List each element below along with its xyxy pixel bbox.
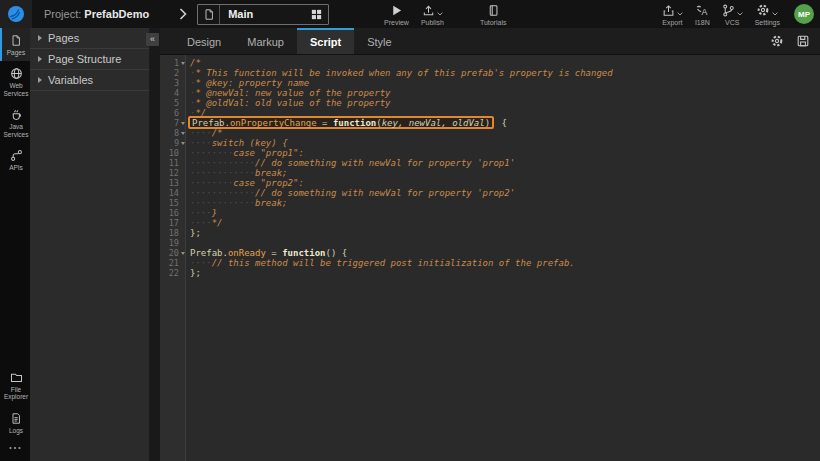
sidebar-item-apis[interactable]: APIs [0,143,30,176]
logs-icon [10,412,22,425]
toolbar-label: Tutorials [480,19,507,26]
code-line[interactable]: 18}; [160,228,820,238]
fold-marker-icon[interactable] [181,252,185,255]
panel-section-label: Variables [48,74,93,86]
line-number: 16 [169,208,179,218]
code-line[interactable]: 7Prefab.onPropertyChange = function(key,… [160,118,820,128]
sidebar-more-button[interactable] [0,439,30,461]
code-token: /* [190,58,201,68]
toolbar-iconrow [390,3,403,17]
panel-collapse-button[interactable]: « [146,33,159,46]
code-token: ············ [190,198,255,208]
tab-style[interactable]: Style [354,28,404,54]
gutter-cell: 19 [160,238,186,248]
sidebar-item-web-services[interactable]: Web Services [0,61,30,102]
tabbar-actions [758,28,810,54]
code-line[interactable]: 5·* @oldVal: old value of the property [160,98,820,108]
triangle-right-icon [38,77,42,83]
code-token: ···· [190,208,212,218]
toolbar-iconrow [722,3,743,17]
code-token: break; [255,198,288,208]
toolbar-preview-button[interactable]: Preview [384,3,409,26]
grid-icon [310,8,323,21]
code-line[interactable]: 22}; [160,268,820,278]
sidebar-item-label: Java Services [2,123,30,138]
sidebar-item-label: Web Services [2,82,30,97]
code-token: Prefab [190,248,223,258]
java-icon [10,108,23,121]
toolbar-settings-button[interactable]: Settings [755,3,780,26]
page-grid-icon[interactable] [310,8,323,21]
gear-button[interactable] [770,34,784,48]
code-line[interactable]: 20Prefab.onReady = function() { [160,248,820,258]
code-line[interactable]: 3·* @key: property name [160,78,820,88]
i18n-icon: A [695,4,709,17]
dots-icon [8,445,22,451]
toolbar-publish-button[interactable]: Publish [421,3,444,26]
code-line[interactable]: 19 [160,238,820,248]
line-number: 22 [169,268,179,278]
wavemaker-logo-icon [7,5,25,23]
toolbar-i18n-button[interactable]: AI18N [695,3,710,26]
sidebar-item-file-explorer[interactable]: File Explorer [0,365,30,406]
code-line-text: ········case "prop2": [186,178,304,188]
fold-marker-icon[interactable] [181,122,185,125]
fold-marker-icon[interactable] [181,62,185,65]
panel-section-pages[interactable]: Pages [30,28,149,49]
code-line[interactable]: 14············// do something with newVa… [160,188,820,198]
code-line-text: ·* @newVal: new value of the property [186,88,391,98]
svg-text:A: A [702,7,708,17]
toolbar-center: PreviewPublishTutorials [378,3,512,26]
panel-section-variables[interactable]: Variables [30,70,149,91]
tab-script[interactable]: Script [297,28,354,54]
toolbar-label: Publish [421,19,444,26]
code-line[interactable]: 16····} [160,208,820,218]
active-page-selector[interactable]: Main [197,4,329,25]
line-number: 11 [169,158,179,168]
tab-design[interactable]: Design [174,28,234,54]
user-avatar[interactable]: MP [794,4,814,24]
code-line[interactable]: 9····switch (key) { [160,138,820,148]
code-line[interactable]: 15············break; [160,198,820,208]
code-line[interactable]: 21····// this method will be triggered p… [160,258,820,268]
play-icon-wrap [390,3,403,17]
sidebar-item-pages[interactable]: Pages [0,28,30,61]
tab-markup[interactable]: Markup [234,28,297,54]
page-icon [10,34,22,47]
sidebar-item-logs[interactable]: Logs [0,406,30,439]
toolbar-vcs-button[interactable]: VCS [722,3,743,26]
gutter-cell: 7 [160,118,186,128]
fold-marker-icon[interactable] [181,132,185,135]
code-line-text: ····// this method will be triggered pos… [186,258,575,268]
code-line[interactable]: 4·* @newVal: new value of the property [160,88,820,98]
code-token: } [212,208,217,218]
code-line[interactable]: 1/* [160,58,820,68]
code-token: }; [190,228,201,238]
gutter-cell: 9 [160,138,186,148]
app-logo[interactable] [0,0,32,28]
code-line[interactable]: 17····*/ [160,218,820,228]
code-line[interactable]: 8····/* [160,128,820,138]
breadcrumb-chevron-icon [179,8,187,20]
top-bar: Project: PrefabDemo Main PreviewPublishT… [0,0,820,28]
project-breadcrumb: Project: PrefabDemo [44,8,149,20]
save-button[interactable] [796,34,810,48]
code-line-text: ····switch (key) { [186,138,288,148]
code-line[interactable]: 2·* This function will be invoked when a… [160,68,820,78]
toolbar-label: Preview [384,19,409,26]
line-number: 3 [174,78,179,88]
script-code-editor[interactable]: 1/*2·* This function will be invoked whe… [160,55,820,461]
code-line[interactable]: 12············break; [160,168,820,178]
triangle-right-icon [38,35,42,41]
toolbar-tutorials-button[interactable]: Tutorials [480,3,507,26]
code-line[interactable]: 10········case "prop1": [160,148,820,158]
toolbar-export-button[interactable]: Export [662,3,683,26]
code-line[interactable]: 13········case "prop2": [160,178,820,188]
fold-cell [179,122,186,125]
sidebar-item-java-services[interactable]: Java Services [0,102,30,143]
fold-marker-icon[interactable] [181,142,185,145]
code-line[interactable]: 11············// do something with newVa… [160,158,820,168]
line-number: 12 [169,168,179,178]
panel-section-page-structure[interactable]: Page Structure [30,49,149,70]
line-number: 2 [174,68,179,78]
